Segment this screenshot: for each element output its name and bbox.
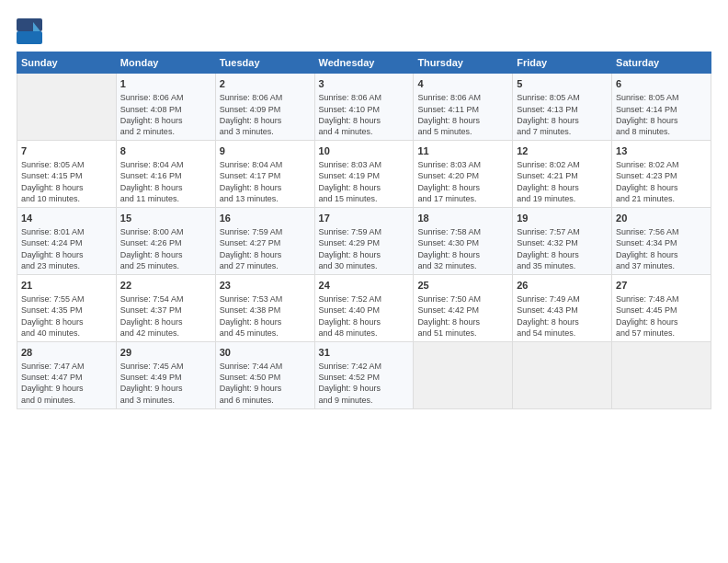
- sunrise-text: Sunrise: 8:05 AM: [616, 92, 707, 103]
- day-number: 23: [220, 279, 311, 293]
- header-cell-sunday: Sunday: [17, 52, 117, 74]
- daylight-text-2: and 2 minutes.: [120, 126, 211, 137]
- day-cell: 8Sunrise: 8:04 AMSunset: 4:16 PMDaylight…: [116, 140, 215, 207]
- day-cell: 29Sunrise: 7:45 AMSunset: 4:49 PMDayligh…: [116, 341, 215, 408]
- sunset-text: Sunset: 4:23 PM: [616, 170, 707, 181]
- day-number: 30: [220, 346, 311, 360]
- daylight-text-2: and 7 minutes.: [517, 126, 608, 137]
- sunrise-text: Sunrise: 8:05 AM: [21, 159, 112, 170]
- sunrise-text: Sunrise: 7:58 AM: [417, 226, 508, 237]
- day-cell: 11Sunrise: 8:03 AMSunset: 4:20 PMDayligh…: [414, 140, 513, 207]
- sunset-text: Sunset: 4:09 PM: [220, 104, 311, 115]
- sunset-text: Sunset: 4:38 PM: [220, 304, 311, 316]
- day-cell: 15Sunrise: 8:00 AMSunset: 4:26 PMDayligh…: [116, 207, 215, 274]
- day-cell: 18Sunrise: 7:58 AMSunset: 4:30 PMDayligh…: [414, 207, 513, 274]
- daylight-text-2: and 8 minutes.: [616, 126, 707, 137]
- sunrise-text: Sunrise: 8:02 AM: [616, 159, 707, 170]
- header-cell-thursday: Thursday: [414, 52, 513, 74]
- sunset-text: Sunset: 4:15 PM: [21, 170, 112, 181]
- daylight-text-2: and 23 minutes.: [21, 260, 112, 271]
- daylight-text-2: and 25 minutes.: [120, 260, 211, 271]
- day-number: 2: [220, 77, 311, 91]
- day-number: 6: [616, 77, 707, 91]
- daylight-text: Daylight: 8 hours: [220, 316, 311, 327]
- day-cell: 26Sunrise: 7:49 AMSunset: 4:43 PMDayligh…: [513, 274, 612, 341]
- sunset-text: Sunset: 4:13 PM: [517, 104, 608, 115]
- header-cell-saturday: Saturday: [612, 52, 711, 74]
- daylight-text: Daylight: 8 hours: [417, 115, 508, 126]
- week-row-2: 7Sunrise: 8:05 AMSunset: 4:15 PMDaylight…: [17, 140, 711, 207]
- day-cell: 14Sunrise: 8:01 AMSunset: 4:24 PMDayligh…: [17, 207, 117, 274]
- calendar-header-row: SundayMondayTuesdayWednesdayThursdayFrid…: [17, 52, 711, 74]
- day-number: 7: [21, 144, 112, 158]
- sunset-text: Sunset: 4:20 PM: [417, 170, 508, 181]
- sunset-text: Sunset: 4:08 PM: [120, 104, 211, 115]
- daylight-text: Daylight: 8 hours: [21, 316, 112, 327]
- daylight-text: Daylight: 8 hours: [517, 182, 608, 193]
- calendar-body: 1Sunrise: 8:06 AMSunset: 4:08 PMDaylight…: [17, 74, 711, 409]
- sunset-text: Sunset: 4:52 PM: [319, 372, 410, 383]
- day-number: 4: [417, 77, 508, 91]
- day-number: 26: [517, 279, 608, 293]
- calendar-table: SundayMondayTuesdayWednesdayThursdayFrid…: [17, 52, 711, 409]
- sunset-text: Sunset: 4:40 PM: [319, 304, 410, 316]
- day-cell: 1Sunrise: 8:06 AMSunset: 4:08 PMDaylight…: [116, 74, 215, 141]
- daylight-text-2: and 42 minutes.: [120, 327, 211, 339]
- sunrise-text: Sunrise: 7:54 AM: [120, 293, 211, 304]
- day-number: 20: [616, 212, 707, 225]
- daylight-text-2: and 17 minutes.: [417, 193, 508, 204]
- daylight-text: Daylight: 8 hours: [21, 182, 112, 193]
- day-number: 13: [616, 144, 707, 158]
- daylight-text-2: and 37 minutes.: [616, 260, 707, 271]
- sunrise-text: Sunrise: 7:59 AM: [220, 226, 311, 237]
- daylight-text: Daylight: 8 hours: [220, 249, 311, 260]
- day-cell: [612, 341, 711, 408]
- sunrise-text: Sunrise: 8:04 AM: [220, 159, 311, 170]
- day-cell: [17, 74, 117, 141]
- header-cell-monday: Monday: [116, 52, 215, 74]
- sunrise-text: Sunrise: 7:45 AM: [120, 361, 211, 372]
- day-cell: [513, 341, 612, 408]
- sunset-text: Sunset: 4:19 PM: [319, 170, 410, 181]
- day-cell: 28Sunrise: 7:47 AMSunset: 4:47 PMDayligh…: [17, 341, 117, 408]
- daylight-text-2: and 11 minutes.: [120, 193, 211, 204]
- header-cell-friday: Friday: [513, 52, 612, 74]
- sunset-text: Sunset: 4:30 PM: [417, 237, 508, 248]
- sunset-text: Sunset: 4:17 PM: [220, 170, 311, 181]
- day-number: 25: [417, 279, 508, 293]
- sunset-text: Sunset: 4:24 PM: [21, 237, 112, 248]
- daylight-text: Daylight: 9 hours: [319, 383, 410, 394]
- sunrise-text: Sunrise: 8:04 AM: [120, 159, 211, 170]
- daylight-text-2: and 5 minutes.: [417, 126, 508, 137]
- sunrise-text: Sunrise: 8:03 AM: [319, 159, 410, 170]
- day-number: 29: [120, 346, 211, 360]
- sunset-text: Sunset: 4:34 PM: [616, 237, 707, 248]
- sunset-text: Sunset: 4:47 PM: [21, 372, 112, 383]
- day-number: 19: [517, 212, 608, 225]
- sunrise-text: Sunrise: 8:00 AM: [120, 226, 211, 237]
- daylight-text: Daylight: 9 hours: [220, 383, 311, 394]
- daylight-text-2: and 45 minutes.: [220, 327, 311, 339]
- sunrise-text: Sunrise: 8:06 AM: [417, 92, 508, 103]
- sunset-text: Sunset: 4:42 PM: [417, 304, 508, 316]
- daylight-text: Daylight: 8 hours: [120, 115, 211, 126]
- sunrise-text: Sunrise: 8:06 AM: [319, 92, 410, 103]
- day-cell: 4Sunrise: 8:06 AMSunset: 4:11 PMDaylight…: [414, 74, 513, 141]
- daylight-text: Daylight: 8 hours: [417, 249, 508, 260]
- daylight-text-2: and 9 minutes.: [319, 395, 410, 406]
- day-cell: 5Sunrise: 8:05 AMSunset: 4:13 PMDaylight…: [513, 74, 612, 141]
- sunset-text: Sunset: 4:14 PM: [616, 104, 707, 115]
- sunrise-text: Sunrise: 7:50 AM: [417, 293, 508, 304]
- sunrise-text: Sunrise: 7:53 AM: [220, 293, 311, 304]
- day-cell: 10Sunrise: 8:03 AMSunset: 4:19 PMDayligh…: [314, 140, 414, 207]
- day-cell: [414, 341, 513, 408]
- daylight-text-2: and 3 minutes.: [120, 395, 211, 406]
- day-cell: 3Sunrise: 8:06 AMSunset: 4:10 PMDaylight…: [314, 74, 414, 141]
- daylight-text-2: and 57 minutes.: [616, 327, 707, 339]
- day-cell: 31Sunrise: 7:42 AMSunset: 4:52 PMDayligh…: [314, 341, 414, 408]
- day-cell: 9Sunrise: 8:04 AMSunset: 4:17 PMDaylight…: [215, 140, 314, 207]
- day-cell: 19Sunrise: 7:57 AMSunset: 4:32 PMDayligh…: [513, 207, 612, 274]
- daylight-text: Daylight: 8 hours: [417, 182, 508, 193]
- daylight-text-2: and 3 minutes.: [220, 126, 311, 137]
- daylight-text: Daylight: 8 hours: [120, 182, 211, 193]
